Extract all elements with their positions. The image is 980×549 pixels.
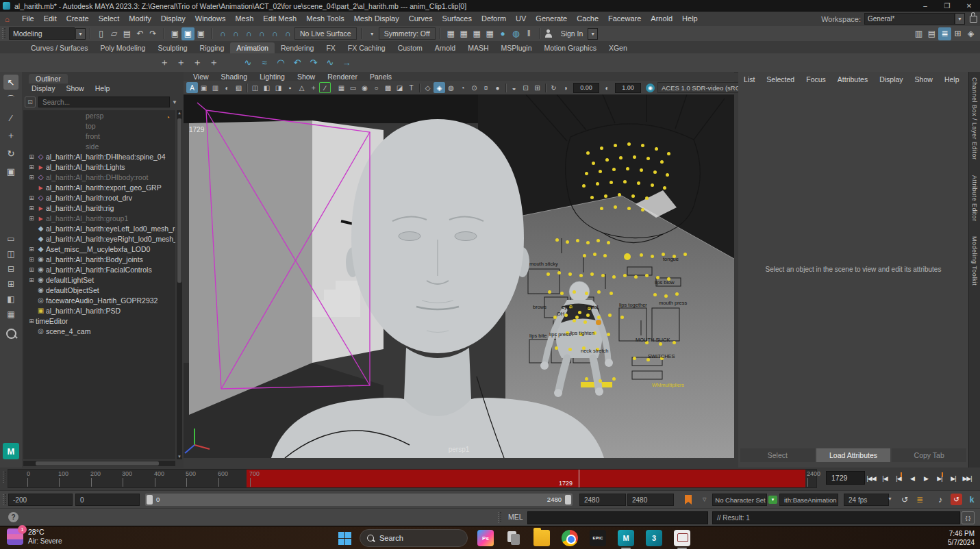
viewport-toolbar-icon[interactable]: ▩ — [382, 82, 394, 93]
viewport-toolbar-icon[interactable]: ◫ — [249, 82, 261, 93]
tool-icon[interactable]: ↻ — [3, 146, 18, 161]
menu-item[interactable]: Create — [62, 14, 94, 23]
outliner-vscrollbar[interactable]: ▲ ▼ — [177, 110, 182, 459]
taskbar-app-icon[interactable]: 3 — [644, 528, 664, 548]
zoom-tool-icon[interactable] — [6, 329, 16, 339]
outliner-item[interactable]: al_harith:Al_harith:eyeRight_lod0_mesh_r… — [23, 233, 175, 244]
side-panel-tab[interactable]: Attribute Editor — [971, 175, 978, 222]
layout-preset-icon[interactable]: ▭ — [4, 233, 18, 244]
current-frame-marker[interactable] — [579, 470, 579, 487]
menu-item[interactable]: Deform — [477, 14, 511, 23]
menu-item[interactable]: Display — [156, 14, 190, 23]
shelf-button[interactable]: → — [338, 55, 355, 71]
layout-preset-icon[interactable]: ◧ — [4, 294, 18, 304]
playback-end-field[interactable]: 2480 — [579, 494, 626, 506]
snap-icon[interactable]: ∩ — [216, 27, 229, 40]
outliner-item[interactable]: ⊞ al_harith:Al_harith:FacialControls — [23, 264, 175, 274]
filter-icon[interactable]: ⊡ — [25, 97, 36, 107]
menu-item[interactable]: Mesh Display — [349, 14, 404, 23]
viewport-toolbar-icon[interactable]: ◨ — [273, 82, 284, 93]
viewport-toolbar-icon[interactable]: ◐ — [221, 82, 233, 93]
animation-end-field[interactable]: 2480 — [627, 494, 674, 506]
start-button[interactable] — [337, 531, 352, 546]
exposure-icon[interactable]: ◑ — [560, 82, 571, 93]
layout-preset-icon[interactable]: ◫ — [4, 248, 18, 259]
attribute-panel-button[interactable]: Copy Tab — [892, 448, 966, 462]
character-set-caret[interactable]: ▽ — [703, 497, 706, 502]
outliner-menu-item[interactable]: Show — [60, 84, 89, 92]
viewport-toolbar-icon[interactable]: ▪ — [284, 82, 296, 93]
snap-icon[interactable]: ∩ — [255, 27, 268, 40]
viewport-toolbar-icon[interactable] — [505, 84, 506, 92]
shelf-button[interactable]: ＋ — [189, 55, 205, 71]
menu-item[interactable]: UV — [511, 14, 531, 23]
menu-item[interactable]: Windows — [190, 14, 231, 23]
attribute-menu-item[interactable]: List — [744, 75, 755, 84]
layout-preset-icon[interactable]: ⊞ — [4, 279, 18, 289]
expand-icon[interactable]: ⊞ — [27, 215, 36, 222]
side-panel-tab[interactable]: Channel Box / Layer Editor — [971, 77, 978, 160]
menu-item[interactable]: Edit — [39, 14, 62, 23]
file-toolbar-icon[interactable]: ↶ — [134, 27, 147, 40]
playback-start-field[interactable]: 0 — [75, 494, 140, 506]
workspace-caret[interactable]: ▼ — [955, 13, 965, 25]
viewport-toolbar-icon[interactable]: ▥ — [210, 82, 221, 93]
menu-set-caret[interactable]: ▼ — [75, 28, 86, 40]
viewport-scene[interactable]: mouth stickytonguelips blowlips together… — [184, 94, 734, 458]
taskbar-app-icon[interactable]: Ps — [475, 528, 496, 548]
viewport-toolbar-icon[interactable]: ◉ — [359, 82, 370, 93]
shelf-tab[interactable]: Poly Modeling — [94, 42, 151, 53]
viewport-toolbar-icon[interactable]: ⊙ — [468, 82, 480, 93]
playback-button[interactable]: ▶ — [919, 470, 933, 487]
shelf-tab[interactable]: Rigging — [194, 42, 231, 53]
viewport-toolbar-icon[interactable]: ◍ — [445, 82, 457, 93]
grip-handle[interactable] — [498, 512, 503, 523]
taskbar-clock[interactable]: 7:46 PM 5/7/2024 — [948, 529, 975, 547]
playback-button[interactable]: ▶| — [946, 470, 960, 487]
hscroll-thumb[interactable] — [36, 461, 159, 465]
attribute-panel-button[interactable]: Select — [740, 448, 815, 462]
help-icon[interactable]: ? — [8, 512, 18, 522]
viewport-toolbar-icon[interactable]: △ — [296, 82, 307, 93]
menu-item[interactable]: Generate — [531, 14, 572, 23]
vscroll-thumb[interactable] — [177, 118, 181, 283]
layout-preset-icon[interactable]: ▦ — [4, 309, 18, 319]
script-editor-icon[interactable]: {;} — [962, 511, 975, 524]
snap-icon[interactable]: ∩ — [281, 27, 294, 40]
viewport-toolbar-icon[interactable]: ◧ — [261, 82, 273, 93]
attribute-menu-item[interactable]: Help — [944, 75, 959, 84]
menu-item[interactable]: Surfaces — [438, 14, 477, 23]
bookmark-icon[interactable] — [685, 495, 692, 505]
mel-label[interactable]: MEL — [508, 513, 523, 521]
menu-item[interactable]: Mesh Tools — [301, 14, 349, 23]
anim-layer-icon[interactable]: ▼ — [768, 496, 777, 504]
character-key-icon[interactable]: k — [966, 494, 978, 505]
auto-key-toggle[interactable]: ↺ — [951, 494, 962, 505]
outliner-item[interactable]: al_harith:Al_harith:export_geo_GRP — [23, 182, 175, 192]
shelf-button[interactable]: ≈ — [256, 55, 273, 71]
viewport-toolbar-icon[interactable]: ▧ — [233, 82, 244, 93]
shelf-button[interactable]: ◠ — [273, 55, 289, 71]
attribute-menu-item[interactable]: Selected — [766, 75, 794, 84]
outliner-item[interactable]: ⊞ al_harith:Al_harith:DHIbody:root — [23, 172, 175, 182]
snap-icon[interactable]: ∩ — [268, 27, 281, 40]
outliner-item[interactable]: defaultObjectSet — [23, 285, 175, 295]
shelf-tab[interactable]: Custom — [392, 42, 429, 53]
shelf-tab[interactable]: MSPlugin — [495, 42, 538, 53]
menu-item[interactable]: Select — [94, 14, 125, 23]
range-slider[interactable]: 0 2480 — [145, 494, 573, 506]
outliner-item[interactable]: ⊞ al_harith:Al_harith:rig — [23, 203, 175, 213]
shelf-tab[interactable]: XGen — [603, 42, 633, 53]
current-frame-field[interactable]: 1729 — [826, 471, 865, 485]
shelf-button[interactable]: ↷ — [305, 55, 322, 71]
selection-mode-icon[interactable]: ▣ — [181, 27, 194, 40]
menu-item[interactable]: File — [17, 14, 39, 23]
shelf-tab[interactable]: Arnold — [429, 42, 462, 53]
graph-snap-icon[interactable]: ≣ — [914, 494, 926, 505]
shelf-button[interactable]: ∿ — [322, 55, 338, 71]
viewport-toolbar-icon[interactable]: ↻ — [548, 82, 560, 93]
file-toolbar-icon[interactable]: ↷ — [147, 27, 160, 40]
sound-icon[interactable]: ♪ — [934, 494, 946, 505]
workspace-dropdown[interactable]: General* — [864, 13, 955, 25]
menu-item[interactable]: Faceware — [603, 14, 646, 23]
